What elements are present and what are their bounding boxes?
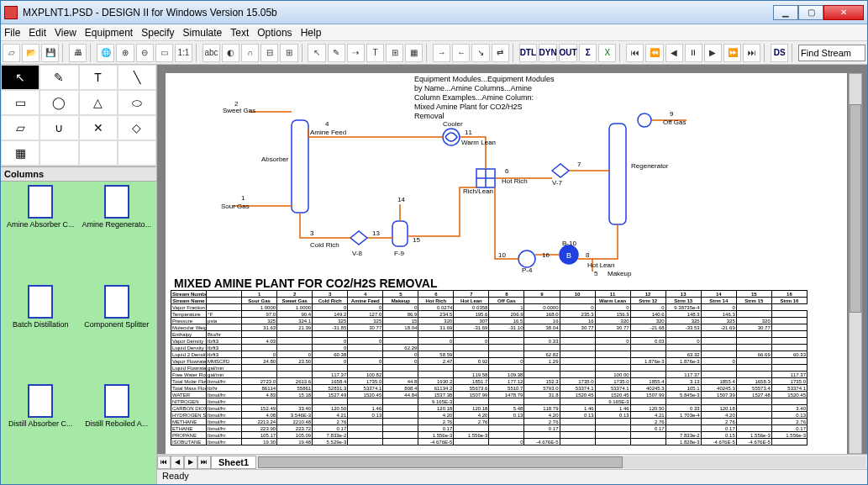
main-area: Equipment Modules...Equipment Modules by… — [157, 65, 867, 484]
new-icon[interactable]: ▱ — [3, 44, 20, 62]
arrow-right-icon[interactable]: → — [433, 44, 450, 62]
tool-cross[interactable]: ✕ — [79, 115, 118, 140]
tool-rect[interactable]: ▭ — [1, 90, 39, 115]
menu-options[interactable]: Options — [257, 27, 292, 39]
open-icon[interactable]: 📂 — [22, 44, 39, 62]
arrow-branch-icon[interactable]: ↘ — [471, 44, 489, 62]
canvas[interactable]: Equipment Modules...Equipment Modules by… — [157, 65, 867, 454]
arrow-left-icon[interactable]: ← — [452, 44, 470, 62]
find-stream-input[interactable] — [798, 45, 865, 61]
tool-arc[interactable]: ∪ — [39, 115, 78, 140]
pencil-icon[interactable]: ✎ — [328, 44, 345, 62]
process-diagram[interactable]: B — [199, 95, 729, 271]
pointer-icon[interactable]: ↖ — [308, 44, 325, 62]
toolbar: ▱ 📂 💾 🖶 🌐 ⊕ ⊖ ▭ 1:1 abc ◐ ∩ ⊟ ⊞ ↖ ✎ ⇢ T … — [1, 41, 867, 65]
svg-point-8 — [638, 113, 651, 127]
table-icon[interactable]: ⊞ — [386, 44, 403, 62]
text-icon[interactable]: T — [366, 44, 384, 62]
sheet[interactable]: Equipment Modules...Equipment Modules by… — [166, 73, 847, 454]
zoom-page-icon[interactable]: ▭ — [155, 44, 173, 62]
vertical-scrollbar[interactable] — [849, 73, 862, 454]
statusbar: Ready — [157, 469, 867, 484]
out-button[interactable]: OUT — [559, 44, 577, 62]
sigma-button[interactable]: Σ — [579, 44, 597, 62]
tool-pointer[interactable]: ↖ — [1, 65, 39, 90]
first-icon[interactable]: ⏮ — [626, 44, 644, 62]
menu-file[interactable]: File — [4, 27, 20, 39]
diagram-title: MIXED AMINE PLANT FOR CO2/H2S REMOVAL — [174, 277, 437, 290]
palette-item[interactable]: Batch Distillation — [4, 285, 77, 382]
tool-text[interactable]: T — [79, 65, 118, 90]
window-title: MXPLNT1.PSD - DESIGN II for Windows Vers… — [23, 7, 773, 18]
palette-item[interactable]: Component Splitter — [81, 285, 154, 382]
spreadsheet-icon[interactable]: ▦ — [405, 44, 423, 62]
menu-equipment[interactable]: Equipment — [85, 27, 133, 39]
left-panel: ↖ ✎ T ╲ ▭ ◯ △ ⬭ ▱ ∪ ✕ ◇ ▦ Columns Amine … — [1, 65, 157, 484]
palette-item[interactable]: Distill Reboiled A... — [81, 384, 154, 481]
stream-icon[interactable]: ⇢ — [347, 44, 365, 62]
menu-specify[interactable]: Specify — [141, 27, 174, 39]
print-icon[interactable]: 🖶 — [69, 44, 87, 62]
tool-line[interactable]: ╲ — [118, 65, 156, 90]
grid-icon[interactable]: ⊞ — [280, 44, 297, 62]
tab-first-icon[interactable]: ⏮ — [157, 456, 171, 469]
zoom-out-icon[interactable]: ⊖ — [136, 44, 154, 62]
sheet-tab[interactable]: Sheet1 — [211, 456, 256, 469]
svg-rect-0 — [292, 120, 308, 213]
save-icon[interactable]: 💾 — [41, 44, 59, 62]
ds-button[interactable]: DS — [771, 44, 788, 62]
palette-header: Columns — [1, 166, 156, 182]
stream-table: Stream Number12345678910111213141516Stre… — [171, 290, 808, 445]
magnet-icon[interactable]: ∩ — [241, 44, 259, 62]
excel-icon[interactable]: X — [598, 44, 616, 62]
menu-help[interactable]: Help — [301, 27, 322, 39]
menu-text[interactable]: Text — [230, 27, 249, 39]
svg-point-5 — [518, 250, 535, 267]
tool-circle[interactable]: ◯ — [39, 90, 78, 115]
tab-prev-icon[interactable]: ◀ — [171, 456, 184, 469]
tab-last-icon[interactable]: ⏭ — [197, 456, 211, 469]
maximize-button[interactable] — [798, 5, 823, 20]
globe-icon[interactable]: 🌐 — [97, 44, 114, 62]
align-icon[interactable]: ⊟ — [260, 44, 278, 62]
column-icon — [104, 185, 129, 219]
pause-icon[interactable]: ⏸ — [685, 44, 702, 62]
titlebar: MXPLNT1.PSD - DESIGN II for Windows Vers… — [1, 1, 867, 24]
zoom-in-icon[interactable]: ⊕ — [116, 44, 134, 62]
dyn-button[interactable]: DYN — [539, 44, 557, 62]
tool-parallelogram[interactable]: ▱ — [1, 115, 39, 140]
next-icon[interactable]: ▶ — [704, 44, 722, 62]
minimize-button[interactable] — [773, 5, 798, 20]
svg-rect-2 — [392, 221, 408, 246]
last-icon[interactable]: ⏭ — [743, 44, 760, 62]
column-icon — [104, 384, 129, 418]
palette-item[interactable]: Amine Regenerato... — [81, 185, 154, 282]
column-icon — [28, 285, 53, 319]
palette[interactable]: Amine Absorber C... Amine Regenerato... … — [1, 182, 156, 484]
tab-next-icon[interactable]: ▶ — [184, 456, 197, 469]
menu-edit[interactable]: Edit — [29, 27, 46, 39]
zoom-100-icon[interactable]: 1:1 — [175, 44, 192, 62]
tool-ellipse[interactable]: ⬭ — [118, 90, 156, 115]
abc-icon[interactable]: abc — [203, 44, 220, 62]
tool-table[interactable]: ▦ — [1, 140, 39, 166]
app-icon — [4, 6, 18, 19]
column-icon — [28, 185, 53, 219]
prev-fast-icon[interactable]: ⏪ — [645, 44, 663, 62]
menu-simulate[interactable]: Simulate — [183, 27, 223, 39]
column-icon — [28, 384, 53, 418]
palette-item[interactable]: Amine Absorber C... — [4, 185, 77, 282]
tool-triangle[interactable]: △ — [79, 90, 118, 115]
close-button[interactable] — [823, 5, 864, 20]
prev-icon[interactable]: ◀ — [665, 44, 683, 62]
menubar: File Edit View Equipment Specify Simulat… — [1, 24, 867, 41]
menu-view[interactable]: View — [55, 27, 76, 39]
tool-diamond[interactable]: ◇ — [118, 115, 156, 140]
horizontal-scrollbar[interactable] — [258, 456, 865, 468]
tool-pencil[interactable]: ✎ — [39, 65, 78, 90]
palette-item[interactable]: Distill Absorber C... — [4, 384, 77, 481]
arrow-swap-icon[interactable]: ⇄ — [492, 44, 509, 62]
balloon-icon[interactable]: ◐ — [222, 44, 239, 62]
next-fast-icon[interactable]: ⏩ — [723, 44, 741, 62]
dtl-button[interactable]: DTL — [519, 44, 537, 62]
